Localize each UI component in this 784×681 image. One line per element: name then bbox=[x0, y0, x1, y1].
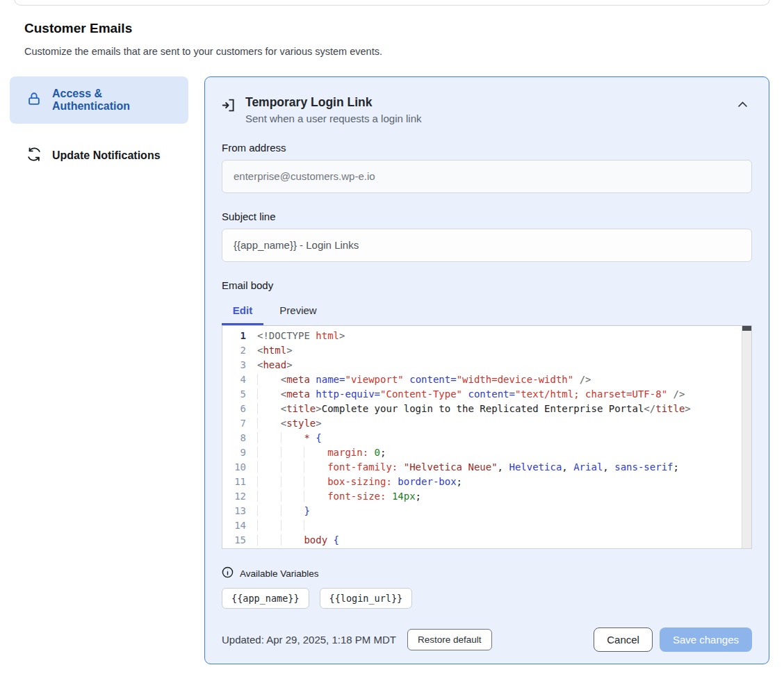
variable-chips: {{app_name}}{{login_url}} bbox=[222, 588, 752, 609]
line-number: 13 bbox=[222, 504, 246, 518]
available-variables-label: Available Variables bbox=[240, 568, 319, 579]
code-line-text: background-color: #f5f8fb; bbox=[246, 548, 480, 549]
line-number: 12 bbox=[222, 489, 246, 504]
save-changes-button[interactable]: Save changes bbox=[660, 627, 752, 652]
line-number: 5 bbox=[222, 387, 246, 402]
code-line[interactable]: 6 <title>Complete your login to the Repl… bbox=[222, 402, 751, 416]
code-line[interactable]: 16 background-color: #f5f8fb; bbox=[222, 548, 751, 549]
lock-icon bbox=[26, 91, 42, 109]
email-body-label: Email body bbox=[222, 279, 752, 291]
panel-header: Temporary Login Link Sent when a user re… bbox=[222, 95, 752, 124]
line-number: 16 bbox=[222, 548, 246, 549]
restore-default-button[interactable]: Restore default bbox=[407, 629, 492, 650]
page-title: Customer Emails bbox=[24, 21, 132, 36]
sidebar-item-access-authentication[interactable]: Access & Authentication bbox=[10, 76, 188, 124]
sidebar-item-label: Update Notifications bbox=[52, 149, 161, 162]
email-types-sidebar: Access & AuthenticationUpdate Notificati… bbox=[10, 76, 188, 174]
code-line[interactable]: 2<html> bbox=[222, 343, 751, 358]
collapse-panel-button[interactable] bbox=[735, 97, 751, 113]
log-in-icon bbox=[222, 98, 236, 124]
line-number: 7 bbox=[222, 416, 246, 431]
email-body-tabs: EditPreview bbox=[222, 300, 752, 325]
panel-footer: Updated: Apr 29, 2025, 1:18 PM MDT Resto… bbox=[222, 627, 752, 652]
code-line[interactable]: 12 font-size: 14px; bbox=[222, 489, 751, 504]
subject-line-input[interactable] bbox=[222, 229, 752, 262]
code-line[interactable]: 5 <meta http-equiv="Content-Type" conten… bbox=[222, 387, 751, 402]
code-line-text: <head> bbox=[246, 358, 293, 372]
page-description: Customize the emails that are sent to yo… bbox=[24, 46, 382, 57]
line-number: 4 bbox=[222, 372, 246, 387]
available-variables-row: Available Variables bbox=[222, 566, 752, 581]
code-line[interactable]: 10 font-family: "Helvetica Neue", Helvet… bbox=[222, 460, 751, 475]
line-number: 3 bbox=[222, 358, 246, 372]
code-line[interactable]: 7 <style> bbox=[222, 416, 751, 431]
tab-edit[interactable]: Edit bbox=[222, 300, 263, 325]
html-code-editor[interactable]: 1<!DOCTYPE html>2<html>3<head>4 <meta na… bbox=[222, 325, 752, 549]
code-line-text: font-size: 14px; bbox=[246, 489, 421, 504]
code-line[interactable]: 3<head> bbox=[222, 358, 751, 372]
code-line-text: body { bbox=[246, 533, 339, 548]
line-number: 9 bbox=[222, 445, 246, 460]
sidebar-item-update-notifications[interactable]: Update Notifications bbox=[10, 137, 188, 174]
line-number: 6 bbox=[222, 402, 246, 416]
cancel-button[interactable]: Cancel bbox=[594, 627, 653, 652]
code-line-text: <html> bbox=[246, 343, 293, 358]
code-line[interactable]: 8 * { bbox=[222, 431, 751, 445]
code-line-text: <!DOCTYPE html> bbox=[246, 329, 345, 343]
code-line-text: } bbox=[246, 504, 310, 518]
code-line-text: margin: 0; bbox=[246, 445, 386, 460]
temporary-login-link-panel: Temporary Login Link Sent when a user re… bbox=[204, 76, 769, 664]
from-address-input[interactable] bbox=[222, 160, 752, 193]
customer-emails-page: Customer Emails Customize the emails tha… bbox=[0, 0, 784, 681]
updated-timestamp: Updated: Apr 29, 2025, 1:18 PM MDT bbox=[222, 634, 396, 646]
variable-chip-0[interactable]: {{app_name}} bbox=[222, 588, 309, 609]
code-line-text: <style> bbox=[246, 416, 322, 431]
code-line[interactable]: 15 body { bbox=[222, 533, 751, 548]
sidebar-item-label: Access & Authentication bbox=[52, 88, 179, 113]
footer-actions: Cancel Save changes bbox=[594, 627, 752, 652]
code-line[interactable]: 13 } bbox=[222, 504, 751, 518]
editor-scrollbar[interactable] bbox=[742, 326, 751, 548]
previous-card-bottom-edge bbox=[14, 0, 770, 6]
code-line[interactable]: 11 box-sizing: border-box; bbox=[222, 475, 751, 489]
line-number: 15 bbox=[222, 533, 246, 548]
line-number: 2 bbox=[222, 343, 246, 358]
code-line-text: * { bbox=[246, 431, 322, 445]
editor-scrollbar-thumb[interactable] bbox=[742, 326, 751, 331]
refresh-icon bbox=[26, 147, 42, 165]
line-number: 11 bbox=[222, 475, 246, 489]
subject-line-label: Subject line bbox=[222, 211, 752, 222]
chevron-up-icon bbox=[737, 99, 748, 110]
panel-subtitle: Sent when a user requests a login link bbox=[245, 113, 421, 124]
code-line-text bbox=[246, 518, 327, 533]
code-line-text: <meta name="viewport" content="width=dev… bbox=[246, 372, 591, 387]
line-number: 14 bbox=[222, 518, 246, 533]
line-number: 10 bbox=[222, 460, 246, 475]
tab-preview[interactable]: Preview bbox=[263, 300, 333, 325]
info-icon bbox=[222, 566, 234, 581]
code-line[interactable]: 1<!DOCTYPE html> bbox=[222, 329, 751, 343]
code-line[interactable]: 14 bbox=[222, 518, 751, 533]
panel-title: Temporary Login Link bbox=[245, 95, 421, 110]
line-number: 8 bbox=[222, 431, 246, 445]
code-line-text: <title>Complete your login to the Replic… bbox=[246, 402, 691, 416]
code-line-text: box-sizing: border-box; bbox=[246, 475, 462, 489]
panel-header-text: Temporary Login Link Sent when a user re… bbox=[245, 95, 421, 124]
code-line[interactable]: 4 <meta name="viewport" content="width=d… bbox=[222, 372, 751, 387]
from-address-label: From address bbox=[222, 142, 752, 154]
code-line-text: font-family: "Helvetica Neue", Helvetica… bbox=[246, 460, 679, 475]
code-editor-content[interactable]: 1<!DOCTYPE html>2<html>3<head>4 <meta na… bbox=[222, 326, 751, 549]
code-line-text: <meta http-equiv="Content-Type" content=… bbox=[246, 387, 685, 402]
line-number: 1 bbox=[222, 329, 246, 343]
variable-chip-1[interactable]: {{login_url}} bbox=[320, 588, 413, 609]
code-line[interactable]: 9 margin: 0; bbox=[222, 445, 751, 460]
